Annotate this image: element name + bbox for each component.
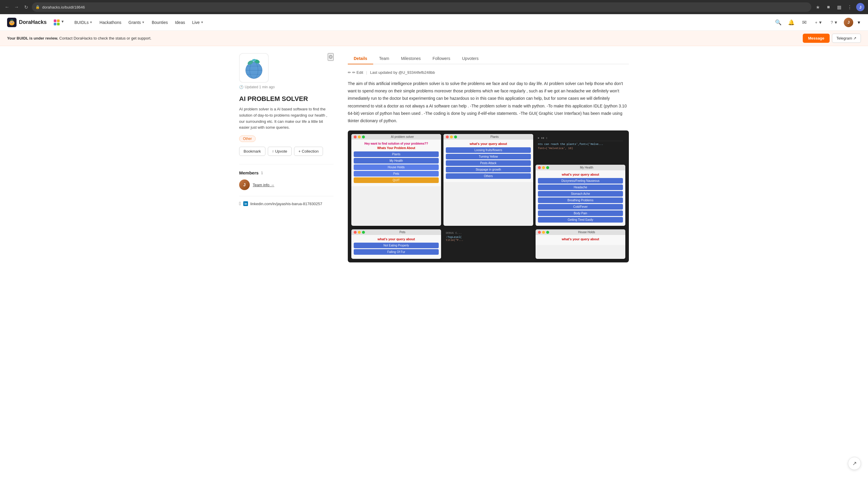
left-panel: 🕐 Updated 1 min ago ⚙ AI PROBLEM SOLVER … bbox=[239, 53, 334, 262]
forward-button[interactable]: → bbox=[13, 4, 20, 11]
quit-btn[interactable]: QUIT bbox=[354, 178, 439, 183]
nav-live[interactable]: Live ▼ bbox=[189, 18, 207, 27]
turning-yellow-btn[interactable]: Turning Yellow bbox=[446, 154, 531, 159]
right-panel: Details Team Milestones Followers Upvote… bbox=[348, 53, 629, 262]
help-button[interactable]: ? ▼ bbox=[828, 19, 840, 26]
nav-grants[interactable]: Grants ▼ bbox=[125, 18, 148, 27]
plants-others-btn[interactable]: Others bbox=[446, 173, 531, 179]
project-logo-area: 🕐 Updated 1 min ago bbox=[239, 53, 275, 89]
stoppage-growth-btn[interactable]: Stoppage in growth bbox=[446, 167, 531, 172]
collection-button[interactable]: + Collection bbox=[294, 147, 323, 156]
extensions-icon[interactable]: ■ bbox=[824, 3, 833, 11]
telegram-button[interactable]: Telegram ↗ bbox=[832, 34, 861, 43]
project-description-full: The aim of this artificial intelligence … bbox=[348, 80, 629, 125]
not-eating-btn[interactable]: Not Eating Properly bbox=[354, 243, 439, 248]
avatar-chevron: ▼ bbox=[857, 20, 861, 25]
message-button[interactable]: Message bbox=[803, 34, 830, 43]
upvote-button[interactable]: ↑ Upvote bbox=[268, 147, 292, 156]
divider: | bbox=[366, 70, 367, 75]
navbar: DoraHacks ▼ BUIDLs ▼ Hackathons Grants ▼… bbox=[0, 14, 868, 31]
add-button[interactable]: + ▼ bbox=[812, 19, 825, 26]
user-avatar[interactable]: J bbox=[844, 18, 853, 27]
cold-fever-btn[interactable]: Cold/Fever bbox=[538, 204, 623, 210]
screenshots-container: AI problem solver Hey want to find solut… bbox=[348, 130, 629, 262]
tired-easily-btn[interactable]: Getting Tired Easily bbox=[538, 217, 623, 223]
loosing-fruits-btn[interactable]: Loosing fruits/flowers bbox=[446, 147, 531, 153]
nav-ideas[interactable]: Ideas bbox=[172, 18, 188, 27]
plants-window: Plants what's your query about Loosing f… bbox=[443, 134, 533, 226]
debug-line-2: title("P... bbox=[446, 239, 531, 242]
main-window-titlebar: AI problem solver bbox=[351, 134, 441, 139]
menu-icon[interactable]: ⋮ bbox=[845, 3, 854, 11]
falling-fur-btn[interactable]: Falling Of Fur bbox=[354, 249, 439, 255]
help-chevron: ▼ bbox=[834, 20, 838, 25]
my-health-btn[interactable]: My Health bbox=[354, 158, 439, 163]
tab-milestones[interactable]: Milestones bbox=[395, 53, 427, 64]
plants-close-dot bbox=[446, 135, 449, 138]
stomach-ache-btn[interactable]: Stomach Ache bbox=[538, 191, 623, 197]
squares-icon[interactable]: ▼ bbox=[54, 20, 64, 25]
banner-actions: Message Telegram ↗ bbox=[803, 34, 861, 43]
svg-point-6 bbox=[11, 23, 12, 24]
nav-hackathons[interactable]: Hackathons bbox=[97, 18, 124, 27]
nav-bounties[interactable]: Bounties bbox=[149, 18, 170, 27]
settings-button[interactable]: ⚙ bbox=[328, 53, 334, 61]
edit-row: ✏ ✏ Edit | Last updated by @U_93344fefb2… bbox=[348, 70, 629, 75]
nav-buidls[interactable]: BUIDLs ▼ bbox=[71, 18, 95, 27]
refresh-button[interactable]: ↻ bbox=[23, 4, 30, 11]
notifications-icon[interactable]: 🔔 bbox=[786, 18, 796, 27]
tab-details[interactable]: Details bbox=[348, 53, 373, 64]
linkedin-link[interactable]:  in linkedin.com/in/jayashis-barua-8178… bbox=[239, 201, 334, 206]
edit-link[interactable]: ✏ ✏ Edit bbox=[348, 70, 363, 75]
pests-attack-btn[interactable]: Pests Attack bbox=[446, 160, 531, 166]
project-logo-svg bbox=[242, 56, 266, 80]
plants-max-dot bbox=[454, 135, 457, 138]
project-description-short: AI problem solver is a AI based software… bbox=[239, 106, 334, 131]
address-bar[interactable]: 🔒 dorahacks.io/buidl/18646 bbox=[32, 2, 811, 12]
code-content: nts can reach the plants',font=('Helve..… bbox=[538, 143, 623, 146]
lock-icon: 🔒 bbox=[35, 5, 40, 9]
browser-avatar[interactable]: J bbox=[856, 3, 864, 11]
code-editor: ▶ ▮▮ ▯ nts can reach the plants',font=('… bbox=[535, 134, 625, 163]
linkedin-icon:  bbox=[239, 201, 241, 206]
team-info-link[interactable]: Team info → bbox=[253, 183, 274, 187]
grants-chevron: ▼ bbox=[142, 21, 145, 24]
headache-btn[interactable]: Headache bbox=[538, 185, 623, 190]
main-window-body: Hey want to find solution of your proble… bbox=[351, 139, 441, 186]
dizziness-btn[interactable]: Dizzyness/Feeling Nauseous bbox=[538, 178, 623, 184]
debug-line-1: :TopLevel( bbox=[446, 236, 531, 239]
house-holds-btn[interactable]: House Holds bbox=[354, 164, 439, 170]
cast-icon[interactable]: ▩ bbox=[835, 3, 843, 11]
logo-link[interactable]: DoraHacks bbox=[7, 18, 46, 27]
pets-btn[interactable]: Pets bbox=[354, 171, 439, 177]
tab-followers[interactable]: Followers bbox=[427, 53, 456, 64]
breathing-problems-btn[interactable]: Breathing Problems bbox=[538, 197, 623, 203]
my-health-window: My Health what's your query about Dizzyn… bbox=[535, 165, 625, 226]
svg-point-4 bbox=[11, 22, 11, 23]
mail-icon[interactable]: ✉ bbox=[800, 18, 809, 27]
banner-bold-text: Your BUIDL is under review. bbox=[7, 36, 58, 40]
plants-btn[interactable]: Plants bbox=[354, 152, 439, 157]
detail-tabs: Details Team Milestones Followers Upvote… bbox=[348, 53, 629, 64]
house-holds-window: House Holds what's your query about bbox=[535, 229, 625, 259]
tab-team[interactable]: Team bbox=[373, 53, 395, 64]
holds-window-titlebar: House Holds bbox=[535, 229, 625, 235]
star-icon[interactable]: ★ bbox=[814, 3, 822, 11]
plants-query-label: what's your query about bbox=[446, 142, 531, 146]
search-icon[interactable]: 🔍 bbox=[774, 18, 783, 27]
bookmark-button[interactable]: Bookmark bbox=[239, 147, 266, 156]
project-tag[interactable]: Other bbox=[239, 135, 256, 142]
action-buttons: Bookmark ↑ Upvote + Collection bbox=[239, 147, 334, 156]
squares-chevron: ▼ bbox=[61, 20, 64, 25]
back-button[interactable]: ← bbox=[4, 4, 11, 11]
pets-max-dot bbox=[362, 231, 365, 234]
svg-point-5 bbox=[12, 22, 13, 23]
pets-window-title: Pets bbox=[399, 230, 405, 234]
plants-window-body: what's your query about Loosing fruits/f… bbox=[443, 139, 533, 182]
banner-normal-text: Contact DoraHacks to check the status or… bbox=[59, 36, 151, 40]
help-icon: ? bbox=[831, 20, 833, 25]
pets-window-body: what's your query about Not Eating Prope… bbox=[351, 235, 441, 258]
tab-upvoters[interactable]: Upvoters bbox=[456, 53, 485, 64]
url-text: dorahacks.io/buidl/18646 bbox=[42, 5, 85, 9]
body-pain-btn[interactable]: Body Pain bbox=[538, 211, 623, 216]
